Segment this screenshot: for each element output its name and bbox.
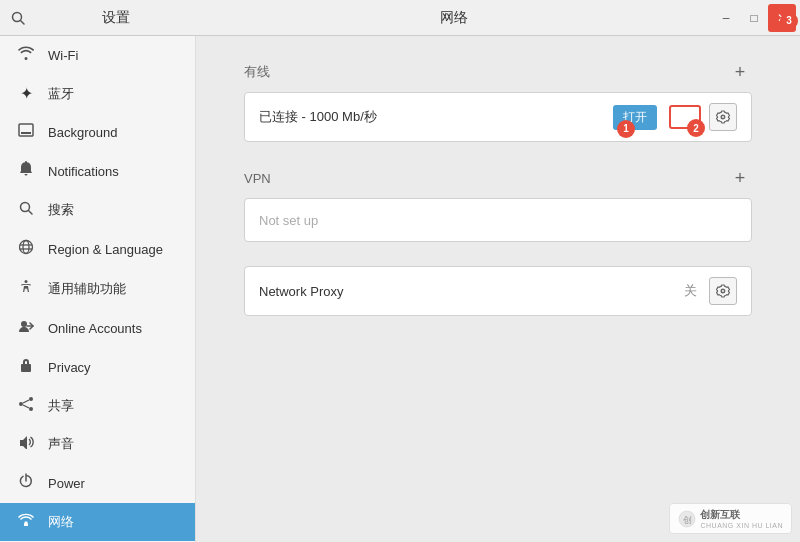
wired-connection-row: 已连接 - 1000 Mb/秒 打开 1 2 bbox=[245, 93, 751, 141]
sidebar-label-sound: 声音 bbox=[48, 435, 74, 453]
sidebar-label-region: Region & Language bbox=[48, 242, 163, 257]
sidebar-label-sharing: 共享 bbox=[48, 397, 74, 415]
proxy-off-label: 关 bbox=[684, 282, 697, 300]
sharing-icon bbox=[16, 397, 36, 415]
svg-point-13 bbox=[29, 397, 33, 401]
sidebar-item-power[interactable]: Power bbox=[0, 463, 195, 503]
sidebar-label-bluetooth: 蓝牙 bbox=[48, 85, 74, 103]
minimize-button[interactable]: – bbox=[712, 4, 740, 32]
vpn-status-row: Not set up bbox=[245, 199, 751, 241]
background-icon bbox=[16, 123, 36, 141]
vpn-section-header: VPN + bbox=[244, 166, 752, 190]
wired-section-header: 有线 + bbox=[244, 60, 752, 84]
sidebar-item-sound[interactable]: 声音 bbox=[0, 425, 195, 463]
wired-connection-label: 已连接 - 1000 Mb/秒 bbox=[259, 108, 605, 126]
sidebar: Wi-Fi ✦ 蓝牙 Background Notifications bbox=[0, 36, 196, 542]
notifications-icon bbox=[16, 161, 36, 181]
vpn-add-button[interactable]: + bbox=[728, 166, 752, 190]
online-accounts-icon bbox=[16, 319, 36, 337]
search-icon[interactable] bbox=[0, 0, 36, 36]
sidebar-label-network: 网络 bbox=[48, 513, 74, 531]
region-icon bbox=[16, 239, 36, 259]
watermark-subtext: CHUANG XIN HU LIAN bbox=[700, 522, 783, 529]
sidebar-label-online-accounts: Online Accounts bbox=[48, 321, 142, 336]
svg-line-16 bbox=[23, 400, 29, 403]
window-title: 网络 bbox=[196, 9, 712, 27]
open-button[interactable]: 打开 bbox=[613, 105, 657, 130]
vpn-not-setup-label: Not set up bbox=[259, 213, 318, 228]
svg-line-5 bbox=[29, 211, 33, 215]
sidebar-label-background: Background bbox=[48, 125, 117, 140]
sidebar-item-accessibility[interactable]: 通用辅助功能 bbox=[0, 269, 195, 309]
sidebar-label-accessibility: 通用辅助功能 bbox=[48, 280, 126, 298]
proxy-row: Network Proxy 关 bbox=[245, 267, 751, 315]
network-icon bbox=[16, 513, 36, 531]
main-layout: Wi-Fi ✦ 蓝牙 Background Notifications bbox=[0, 36, 800, 542]
svg-rect-3 bbox=[21, 132, 31, 134]
sidebar-item-sharing[interactable]: 共享 bbox=[0, 387, 195, 425]
svg-rect-18 bbox=[24, 523, 28, 526]
svg-point-15 bbox=[19, 402, 23, 406]
search-sidebar-icon bbox=[16, 201, 36, 219]
sidebar-item-network[interactable]: 网络 bbox=[0, 503, 195, 541]
sidebar-label-notifications: Notifications bbox=[48, 164, 119, 179]
sidebar-item-wifi[interactable]: Wi-Fi bbox=[0, 36, 195, 74]
svg-point-7 bbox=[23, 241, 29, 254]
proxy-settings-button[interactable] bbox=[709, 277, 737, 305]
wired-card: 已连接 - 1000 Mb/秒 打开 1 2 bbox=[244, 92, 752, 142]
vpn-section: VPN + Not set up bbox=[244, 166, 752, 242]
proxy-title-label: Network Proxy bbox=[259, 284, 676, 299]
titlebar: 设置 网络 – □ ✕ bbox=[0, 0, 800, 36]
sidebar-item-online-accounts[interactable]: Online Accounts bbox=[0, 309, 195, 347]
content-area: 有线 + 已连接 - 1000 Mb/秒 打开 1 2 bbox=[196, 36, 800, 542]
wired-settings-button[interactable] bbox=[709, 103, 737, 131]
sidebar-label-search: 搜索 bbox=[48, 201, 74, 219]
watermark: 创 创新互联 CHUANG XIN HU LIAN bbox=[669, 503, 792, 534]
svg-rect-2 bbox=[19, 124, 33, 136]
sidebar-label-privacy: Privacy bbox=[48, 360, 91, 375]
vpn-card: Not set up bbox=[244, 198, 752, 242]
maximize-button[interactable]: □ bbox=[740, 4, 768, 32]
power-icon bbox=[16, 473, 36, 493]
sidebar-item-notifications[interactable]: Notifications bbox=[0, 151, 195, 191]
watermark-text: 创新互联 bbox=[700, 508, 783, 522]
proxy-card: Network Proxy 关 bbox=[244, 266, 752, 316]
sidebar-label-wifi: Wi-Fi bbox=[48, 48, 78, 63]
sidebar-item-privacy[interactable]: Privacy bbox=[0, 347, 195, 387]
sidebar-item-background[interactable]: Background bbox=[0, 113, 195, 151]
svg-rect-19 bbox=[25, 522, 28, 524]
svg-point-11 bbox=[21, 321, 27, 327]
svg-point-10 bbox=[25, 280, 28, 283]
privacy-icon bbox=[16, 357, 36, 377]
accessibility-icon bbox=[16, 279, 36, 299]
proxy-section: Network Proxy 关 bbox=[244, 266, 752, 316]
wired-section-title: 有线 bbox=[244, 63, 270, 81]
vpn-section-title: VPN bbox=[244, 171, 271, 186]
bluetooth-icon: ✦ bbox=[16, 84, 36, 103]
svg-text:创: 创 bbox=[683, 515, 692, 525]
sidebar-item-bluetooth[interactable]: ✦ 蓝牙 bbox=[0, 74, 195, 113]
svg-line-1 bbox=[21, 20, 25, 24]
wifi-icon bbox=[16, 46, 36, 64]
watermark-icon: 创 bbox=[678, 510, 696, 528]
svg-line-17 bbox=[23, 405, 29, 408]
sidebar-label-power: Power bbox=[48, 476, 85, 491]
sidebar-item-search[interactable]: 搜索 bbox=[0, 191, 195, 229]
svg-point-6 bbox=[20, 241, 33, 254]
close-button[interactable]: ✕ bbox=[768, 4, 796, 32]
wired-section: 有线 + 已连接 - 1000 Mb/秒 打开 1 2 bbox=[244, 60, 752, 142]
settings-title: 设置 bbox=[36, 9, 196, 27]
wired-add-button[interactable]: + bbox=[728, 60, 752, 84]
window-controls: – □ ✕ bbox=[712, 4, 800, 32]
sound-icon bbox=[16, 435, 36, 453]
toggle-button[interactable] bbox=[669, 105, 701, 129]
svg-point-14 bbox=[29, 407, 33, 411]
sidebar-item-region[interactable]: Region & Language bbox=[0, 229, 195, 269]
